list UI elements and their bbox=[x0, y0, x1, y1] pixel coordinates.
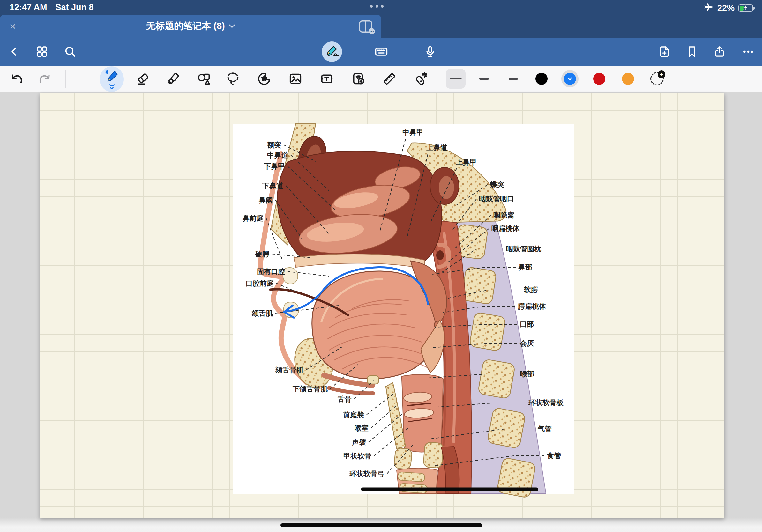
figure-label: 中鼻道 bbox=[267, 151, 288, 159]
laser-pointer-tool[interactable] bbox=[411, 69, 430, 88]
pen-tool-selected[interactable] bbox=[100, 66, 124, 92]
figure-label: 颏舌骨肌 bbox=[275, 366, 303, 374]
battery-percent: 22% bbox=[717, 3, 734, 13]
figure-label: 舌骨 bbox=[338, 395, 352, 403]
color-swatch-red[interactable] bbox=[593, 73, 605, 85]
figure-label: 蝶突 bbox=[490, 180, 504, 188]
figure-label: 上鼻甲 bbox=[455, 158, 477, 166]
figure-label: 咽扁桃体 bbox=[492, 225, 520, 233]
chevron-down-icon bbox=[229, 24, 235, 28]
figure-label: 鼻部 bbox=[518, 263, 532, 271]
shapes-tool[interactable] bbox=[194, 69, 214, 88]
microphone-button[interactable] bbox=[421, 43, 439, 61]
toolbar-divider bbox=[65, 70, 66, 88]
keyboard-button[interactable] bbox=[372, 43, 390, 61]
status-bar: 12:47 AM Sat Jun 8 22% bbox=[0, 0, 762, 15]
figure-label: 前庭襞 bbox=[343, 411, 364, 419]
stroke-width-thin[interactable] bbox=[446, 69, 466, 89]
anatomy-figure[interactable]: 额突中鼻道下鼻甲下鼻道鼻阈鼻前庭硬腭固有口腔口腔前庭颏舌肌颏舌骨肌下颌舌骨肌舌骨… bbox=[233, 124, 574, 494]
image-tool[interactable] bbox=[286, 69, 305, 88]
highlighter-tool[interactable] bbox=[164, 69, 183, 88]
multitask-dots-icon bbox=[370, 5, 384, 8]
more-options-button[interactable] bbox=[739, 43, 757, 61]
note-page[interactable]: 额突中鼻道下鼻甲下鼻道鼻阈鼻前庭硬腭固有口腔口腔前庭颏舌肌颏舌骨肌下颌舌骨肌舌骨… bbox=[40, 93, 724, 518]
figure-label: 口腔前庭 bbox=[246, 279, 274, 287]
stroke-width-thick[interactable] bbox=[503, 69, 523, 89]
figure-label: 口部 bbox=[520, 320, 534, 328]
figure-label: 咽鼓管圆枕 bbox=[506, 245, 541, 253]
color-swatch-blue-selected[interactable] bbox=[561, 70, 578, 87]
color-swatch-black[interactable] bbox=[535, 73, 548, 85]
text-tool[interactable] bbox=[317, 69, 336, 88]
color-swatch-orange[interactable] bbox=[622, 73, 634, 85]
zoom-window-tool[interactable] bbox=[349, 69, 368, 88]
chevron-down-icon bbox=[568, 77, 572, 80]
share-button[interactable] bbox=[711, 43, 728, 61]
figure-label: 环状软骨弓 bbox=[349, 470, 385, 478]
canvas-area[interactable]: 额突中鼻道下鼻甲下鼻道鼻阈鼻前庭硬腭固有口腔口腔前庭颏舌肌颏舌骨肌下颌舌骨肌舌骨… bbox=[0, 92, 762, 532]
pen-mode-toggle[interactable] bbox=[322, 41, 342, 62]
date: Sat Jun 8 bbox=[55, 3, 94, 13]
figure-label: 下颌舌骨肌 bbox=[292, 385, 328, 393]
undo-button[interactable] bbox=[7, 69, 27, 88]
figure-label: 上鼻道 bbox=[426, 144, 448, 152]
figure-label: 喉部 bbox=[520, 370, 534, 378]
figure-label: 咽鼓管咽口 bbox=[479, 195, 514, 203]
split-view-badge: ••• bbox=[369, 28, 375, 34]
sticker-tool[interactable] bbox=[255, 69, 274, 88]
figure-label: 环状软骨板 bbox=[528, 399, 564, 407]
figure-label: 固有口腔 bbox=[257, 268, 285, 276]
add-page-button[interactable] bbox=[655, 43, 673, 61]
goodnotes-app: 12:47 AM Sat Jun 8 22% × 无标题的笔记本 (8) bbox=[0, 0, 762, 532]
bookmark-button[interactable] bbox=[683, 43, 701, 61]
figure-label: 咽隐窝 bbox=[493, 211, 514, 219]
figure-label: 额突 bbox=[267, 141, 281, 149]
figure-label: 软腭 bbox=[524, 286, 538, 294]
redo-button[interactable] bbox=[35, 69, 54, 88]
figure-label: 颏舌肌 bbox=[252, 309, 273, 317]
figure-label: 气管 bbox=[537, 425, 552, 433]
figure-label: 硬腭 bbox=[255, 250, 269, 258]
tools-bar: + bbox=[0, 66, 762, 92]
thumbnails-grid-button[interactable] bbox=[33, 43, 51, 61]
stroke-width-medium[interactable] bbox=[474, 69, 494, 89]
figure-label: 甲状软骨 bbox=[343, 452, 371, 460]
home-indicator[interactable] bbox=[280, 523, 482, 527]
lasso-tool[interactable] bbox=[223, 69, 243, 88]
figure-label: 喉室 bbox=[354, 424, 369, 432]
bluetooth-icon bbox=[105, 70, 108, 74]
figure-label: 下鼻道 bbox=[262, 182, 284, 190]
airplane-mode-icon bbox=[704, 2, 714, 14]
figure-label: 会厌 bbox=[519, 339, 534, 347]
tab-bar: × 无标题的笔记本 (8) ••• bbox=[0, 15, 762, 37]
figure-label: 腭扁桃体 bbox=[518, 302, 546, 310]
clock: 12:47 AM bbox=[10, 3, 47, 13]
battery-charging-icon bbox=[738, 4, 753, 12]
ruler-tool[interactable] bbox=[380, 69, 399, 88]
figure-label: 声襞 bbox=[352, 438, 366, 446]
figure-label: 中鼻甲 bbox=[402, 128, 423, 136]
notebook-tab[interactable]: × 无标题的笔记本 (8) ••• bbox=[0, 15, 381, 37]
add-color-button[interactable]: + bbox=[650, 72, 664, 86]
figure-label: 鼻阈 bbox=[259, 196, 273, 204]
split-view-icon[interactable]: ••• bbox=[358, 20, 373, 33]
eraser-tool[interactable] bbox=[133, 69, 153, 88]
figure-label: 鼻前庭 bbox=[242, 214, 264, 222]
navigation-bar bbox=[0, 37, 762, 66]
figure-label: 下鼻甲 bbox=[264, 162, 285, 170]
back-button[interactable] bbox=[5, 43, 23, 61]
search-button[interactable] bbox=[61, 43, 79, 61]
figure-label: 食管 bbox=[547, 452, 561, 460]
notebook-title[interactable]: 无标题的笔记本 (8) bbox=[0, 15, 381, 37]
plus-icon: + bbox=[658, 71, 665, 78]
